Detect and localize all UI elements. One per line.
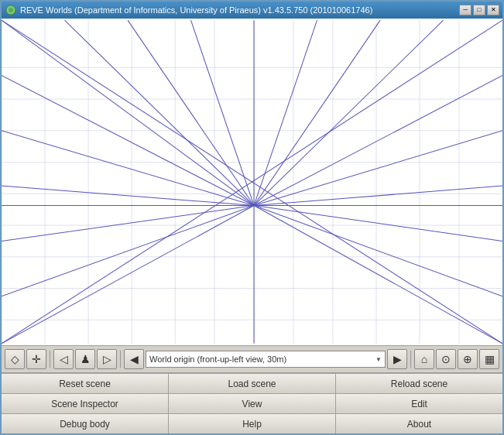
view-selector-text: World origin (front-up-left view, 30m): [149, 355, 375, 364]
about-button[interactable]: About: [336, 414, 502, 433]
help-button[interactable]: Help: [169, 414, 336, 433]
load-scene-button[interactable]: Load scene: [169, 374, 336, 393]
toolbar: ◇ ✛ ◁ ♟ ▷ ◀ World origin (front-up-left …: [2, 345, 502, 373]
title-bar: REVE Worlds (Department of Informatics, …: [2, 2, 502, 19]
binoculars-button[interactable]: ⊙: [436, 349, 456, 369]
window-title: REVE Worlds (Department of Informatics, …: [20, 5, 372, 15]
close-button[interactable]: ✕: [487, 5, 499, 15]
3d-viewport[interactable]: [2, 19, 502, 345]
rotate-button[interactable]: ◇: [5, 349, 25, 369]
sep2: [120, 351, 121, 368]
reset-scene-button[interactable]: Reset scene: [2, 374, 169, 393]
window-controls: ─ □ ✕: [459, 5, 499, 15]
walk-button[interactable]: ♟: [75, 349, 95, 369]
move-button[interactable]: ✛: [26, 349, 46, 369]
button-row-1: Reset scene Load scene Reload scene: [2, 373, 502, 393]
sep1: [50, 351, 50, 368]
edit-button[interactable]: Edit: [336, 394, 502, 413]
dropdown-arrow-icon: ▼: [375, 356, 382, 363]
forward-button[interactable]: ▷: [97, 349, 117, 369]
main-window: REVE Worlds (Department of Informatics, …: [0, 0, 504, 435]
button-rows: Reset scene Load scene Reload scene Scen…: [2, 373, 502, 433]
viewport-grid: [2, 19, 502, 345]
svg-point-1: [9, 8, 13, 12]
app-icon: [5, 4, 17, 16]
home-button[interactable]: ⌂: [414, 349, 434, 369]
button-row-3: Debug body Help About: [2, 413, 502, 433]
view-button[interactable]: View: [169, 394, 336, 413]
view-selector[interactable]: World origin (front-up-left view, 30m) ▼: [146, 351, 386, 368]
prev-view-button[interactable]: ◀: [124, 349, 144, 369]
next-view-button[interactable]: ▶: [387, 349, 407, 369]
center-button[interactable]: ⊕: [458, 349, 478, 369]
button-row-2: Scene Inspector View Edit: [2, 393, 502, 413]
sep3: [410, 351, 411, 368]
debug-body-button[interactable]: Debug body: [2, 414, 169, 433]
scene-inspector-button[interactable]: Scene Inspector: [2, 394, 169, 413]
title-bar-left: REVE Worlds (Department of Informatics, …: [5, 4, 372, 16]
maximize-button[interactable]: □: [473, 5, 485, 15]
minimize-button[interactable]: ─: [459, 5, 471, 15]
back-button[interactable]: ◁: [53, 349, 74, 369]
grid-button[interactable]: ▦: [479, 349, 499, 369]
reload-scene-button[interactable]: Reload scene: [336, 374, 502, 393]
